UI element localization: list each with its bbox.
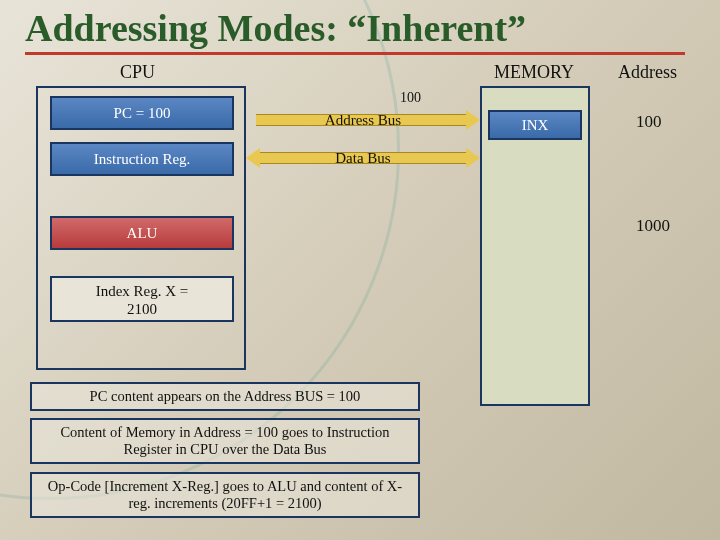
data-bus-label: Data Bus xyxy=(246,150,480,167)
index-register-line1: Index Reg. X = xyxy=(52,282,232,300)
caption-1: PC content appears on the Address BUS = … xyxy=(30,382,420,411)
alu-register: ALU xyxy=(50,216,234,250)
address-column-label: Address xyxy=(618,62,677,83)
data-bus-arrow: Data Bus xyxy=(246,148,480,168)
address-bus-arrow: Address Bus xyxy=(246,110,480,130)
caption-2: Content of Memory in Address = 100 goes … xyxy=(30,418,420,464)
caption-3: Op-Code [Increment X-Reg.] goes to ALU a… xyxy=(30,472,420,518)
memory-label: MEMORY xyxy=(494,62,574,83)
cpu-container: PC = 100 Instruction Reg. ALU Index Reg.… xyxy=(36,86,246,370)
cpu-label: CPU xyxy=(120,62,155,83)
memory-address-100: 100 xyxy=(636,112,662,132)
memory-cell-inx: INX xyxy=(488,110,582,140)
index-register: Index Reg. X = 2100 xyxy=(50,276,234,322)
memory-container: INX xyxy=(480,86,590,406)
memory-address-1000: 1000 xyxy=(636,216,670,236)
index-register-line2: 2100 xyxy=(52,300,232,318)
address-bus-label: Address Bus xyxy=(246,112,480,129)
program-counter-register: PC = 100 xyxy=(50,96,234,130)
instruction-register: Instruction Reg. xyxy=(50,142,234,176)
address-bus-value: 100 xyxy=(400,90,421,106)
slide-title: Addressing Modes: “Inherent” xyxy=(25,6,685,55)
